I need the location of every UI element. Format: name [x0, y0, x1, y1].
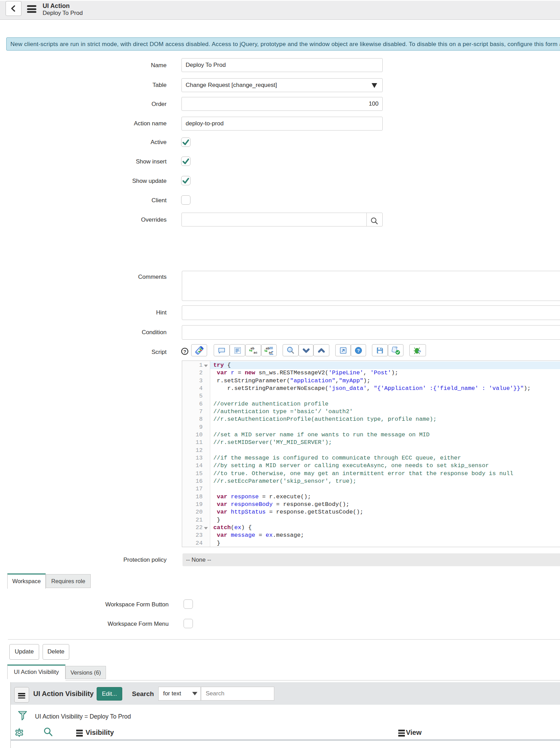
svg-text:ab: ab: [250, 347, 255, 350]
svg-text:ac: ac: [254, 351, 258, 355]
svg-text:ab: ab: [266, 347, 270, 350]
svg-text:?: ?: [183, 349, 186, 354]
svg-text:?: ?: [357, 348, 360, 353]
